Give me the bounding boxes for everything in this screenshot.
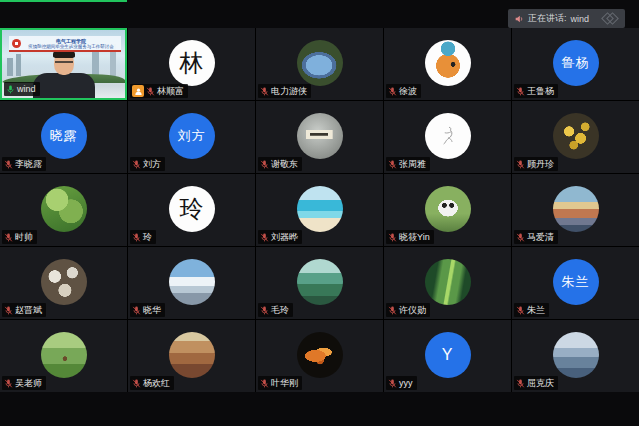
avatar <box>425 113 471 159</box>
avatar <box>169 259 215 305</box>
name-label: 朱兰 <box>514 303 549 317</box>
avatar: Y <box>425 332 471 378</box>
participant-name: wind <box>17 83 36 95</box>
speaking-toast-label: 正在讲话: <box>528 12 567 25</box>
name-label: 毛玲 <box>258 303 293 317</box>
participant-tile[interactable]: 鲁杨 王鲁杨 <box>512 28 639 100</box>
active-speaker-video-tile[interactable]: 电气工程学院 疫情防控期间毕业生就业服务与工作研讨会 wind <box>0 28 127 100</box>
participant-tile[interactable]: 晓筱Yin <box>384 174 511 246</box>
mic-muted-icon <box>260 306 269 315</box>
participant-tile[interactable]: 刘器晔 <box>256 174 383 246</box>
mic-muted-icon <box>516 233 525 242</box>
avatar <box>553 332 599 378</box>
mic-muted-icon <box>132 306 141 315</box>
avatar <box>297 113 343 159</box>
participant-tile[interactable]: 刘方 刘方 <box>128 101 255 173</box>
mic-muted-icon <box>516 379 525 388</box>
participant-tile[interactable]: 林 林顺富 <box>128 28 255 100</box>
avatar <box>425 259 471 305</box>
participant-tile[interactable]: 叶华刚 <box>256 320 383 392</box>
participant-tile[interactable]: 马爱清 <box>512 174 639 246</box>
mic-muted-icon <box>260 379 269 388</box>
avatar <box>41 332 87 378</box>
participant-tile[interactable]: 毛玲 <box>256 247 383 319</box>
mic-muted-icon <box>260 160 269 169</box>
name-label: 李晓露 <box>2 157 46 171</box>
participant-tile[interactable]: Y yyy <box>384 320 511 392</box>
name-label: 马爱清 <box>514 230 558 244</box>
active-speaker-top-line <box>0 0 127 2</box>
name-label: 张周雅 <box>386 157 430 171</box>
participant-tile[interactable]: 电力游侠 <box>256 28 383 100</box>
participant-tile[interactable]: 张周雅 <box>384 101 511 173</box>
mic-muted-icon <box>388 379 397 388</box>
participant-tile[interactable]: 顾丹珍 <box>512 101 639 173</box>
avatar <box>297 259 343 305</box>
banner-line2: 疫情防控期间毕业生就业服务与工作研讨会 <box>28 44 114 49</box>
mic-muted-icon <box>132 379 141 388</box>
participant-tile[interactable]: 赵晋斌 <box>0 247 127 319</box>
participant-tile[interactable]: 杨欢红 <box>128 320 255 392</box>
mic-muted-icon <box>388 87 397 96</box>
name-label: 刘方 <box>130 157 165 171</box>
participant-name: 晓筱Yin <box>399 231 430 243</box>
banner-red-strip <box>9 50 121 52</box>
participant-name: 叶华刚 <box>271 377 298 389</box>
avatar: 刘方 <box>169 113 215 159</box>
speaking-toast-speaker: wind <box>570 14 589 24</box>
avatar <box>297 40 343 86</box>
participant-name: 赵晋斌 <box>15 304 42 316</box>
name-label: 林顺富 <box>130 84 188 98</box>
mic-muted-icon <box>516 87 525 96</box>
participant-tile[interactable]: 晓露 李晓露 <box>0 101 127 173</box>
avatar <box>169 332 215 378</box>
participant-name: 王鲁杨 <box>527 85 554 97</box>
participant-name: 朱兰 <box>527 304 545 316</box>
participant-tile[interactable]: 徐波 <box>384 28 511 100</box>
participant-name: 屈克庆 <box>527 377 554 389</box>
name-label: 晓华 <box>130 303 165 317</box>
name-label: 电力游侠 <box>258 84 311 98</box>
mic-muted-icon <box>4 160 13 169</box>
speaking-toast: 正在讲话: wind <box>508 9 625 28</box>
name-label: 叶华刚 <box>258 376 302 390</box>
participant-name: 杨欢红 <box>143 377 170 389</box>
participant-tile[interactable]: 屈克庆 <box>512 320 639 392</box>
participant-tile[interactable]: 晓华 <box>128 247 255 319</box>
participant-tile[interactable]: 吴老师 <box>0 320 127 392</box>
avatar <box>41 186 87 232</box>
mic-muted-icon <box>4 306 13 315</box>
name-label: 吴老师 <box>2 376 46 390</box>
participant-grid: 电气工程学院 疫情防控期间毕业生就业服务与工作研讨会 wind 林 林顺富 <box>0 28 639 392</box>
participant-name: 张周雅 <box>399 158 426 170</box>
name-label: 徐波 <box>386 84 421 98</box>
avatar <box>297 332 343 378</box>
name-label: yyy <box>386 376 417 390</box>
avatar: 玲 <box>169 186 215 232</box>
avatar: 鲁杨 <box>553 40 599 86</box>
mic-muted-icon <box>132 160 141 169</box>
meeting-banner: 电气工程学院 疫情防控期间毕业生就业服务与工作研讨会 <box>9 36 121 50</box>
meeting-window: 正在讲话: wind 电气工程学院 疫情防控期间毕业生就业服务与工作研讨会 <box>0 0 639 426</box>
participant-tile[interactable]: 许仪勋 <box>384 247 511 319</box>
mic-muted-icon <box>516 306 525 315</box>
host-person-badge-icon <box>132 85 144 97</box>
mic-muted-icon <box>388 233 397 242</box>
avatar: 朱兰 <box>553 259 599 305</box>
avatar <box>425 40 471 86</box>
participant-tile[interactable]: 谢敬东 <box>256 101 383 173</box>
avatar <box>553 186 599 232</box>
participant-tile[interactable]: 朱兰 朱兰 <box>512 247 639 319</box>
participant-name: 吴老师 <box>15 377 42 389</box>
name-label: 许仪勋 <box>386 303 430 317</box>
participant-tile[interactable]: 玲 玲 <box>128 174 255 246</box>
mic-muted-icon <box>516 160 525 169</box>
participant-tile[interactable]: 时帅 <box>0 174 127 246</box>
participant-name: 谢敬东 <box>271 158 298 170</box>
participant-name: 晓华 <box>143 304 161 316</box>
mic-muted-icon <box>4 233 13 242</box>
meeting-watermark-icon <box>603 14 617 23</box>
participant-name: 徐波 <box>399 85 417 97</box>
participant-name: yyy <box>399 377 413 389</box>
avatar: 林 <box>169 40 215 86</box>
